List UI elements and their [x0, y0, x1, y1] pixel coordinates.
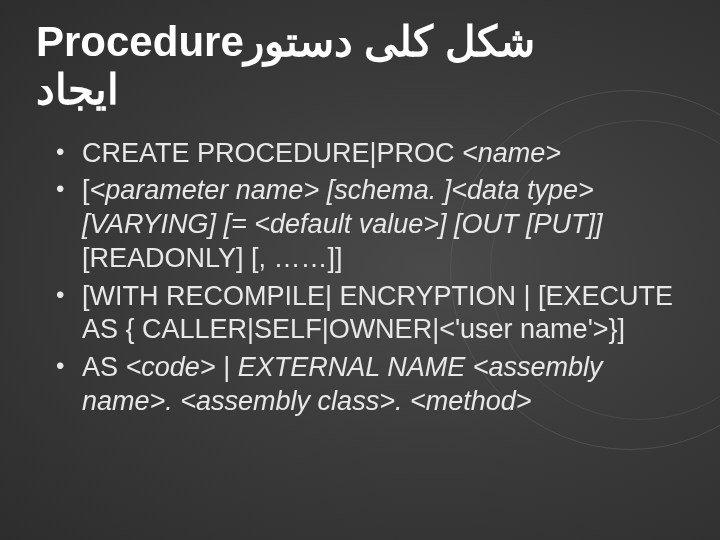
- text-segment: AS: [82, 352, 126, 382]
- text-segment: |: [216, 352, 238, 382]
- text-segment: CREATE PROCEDURE|PROC: [82, 138, 462, 168]
- text-segment: <parameter name> [schema. ]<data type> […: [82, 175, 602, 239]
- title-line-2: ایجاد: [36, 66, 684, 114]
- text-segment: <name>: [462, 138, 561, 168]
- slide-container: Procedureشکل کلی دستور ایجاد CREATE PROC…: [0, 0, 720, 540]
- title-line-1: Procedureشکل کلی دستور: [36, 18, 684, 66]
- title-left: Procedure: [36, 18, 244, 65]
- list-item: [WITH RECOMPILE| ENCRYPTION | [EXECUTE A…: [56, 280, 684, 348]
- text-segment: [WITH RECOMPILE| ENCRYPTION | [EXECUTE A…: [82, 281, 673, 345]
- text-segment: <code>: [126, 352, 216, 382]
- title-right: شکل کلی دستور: [244, 18, 535, 65]
- bullet-list: CREATE PROCEDURE|PROC <name>[<parameter …: [36, 137, 684, 419]
- text-segment: [READONLY] [, ……]]: [82, 243, 343, 273]
- list-item: CREATE PROCEDURE|PROC <name>: [56, 137, 684, 171]
- list-item: [<parameter name> [schema. ]<data type> …: [56, 174, 684, 275]
- list-item: AS <code> | EXTERNAL NAME <assembly name…: [56, 351, 684, 419]
- slide-title: Procedureشکل کلی دستور ایجاد: [36, 18, 684, 115]
- text-segment: [: [82, 175, 90, 205]
